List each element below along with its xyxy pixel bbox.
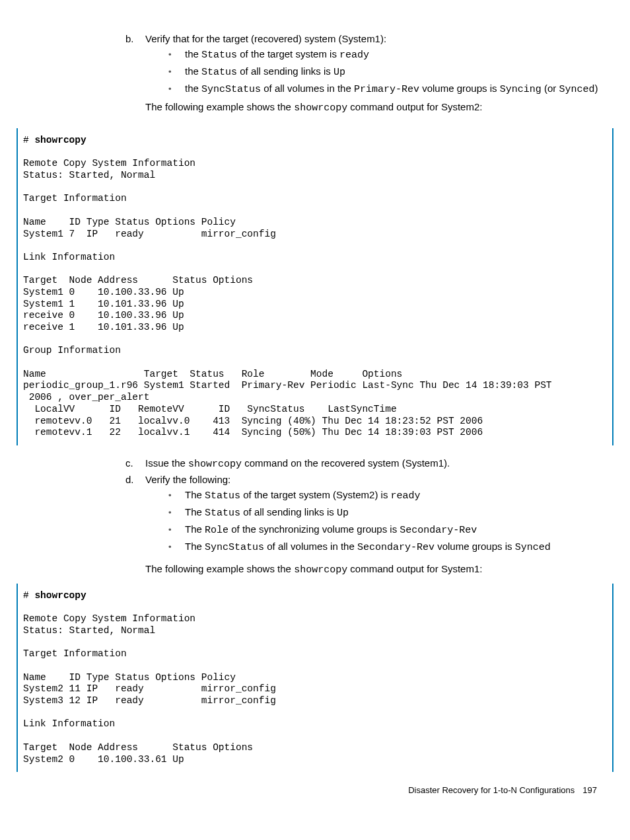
step-b-bullet-3: the SyncStatus of all volumes in the Pri… (185, 83, 607, 96)
step-b-bullet-2: the Status of all sending links is Up (185, 65, 607, 79)
bullet-icon: • (168, 523, 185, 537)
step-b-bullet-1: the Status of the target system is ready (185, 48, 607, 61)
page-number: 197 (582, 785, 597, 795)
step-b-after: The following example shows the showrcop… (145, 101, 607, 114)
step-d-after: The following example shows the showrcop… (145, 563, 607, 576)
step-d-bullet-1: The Status of the target system (System2… (185, 489, 607, 502)
code-block-system1: # showrcopy Remote Copy System Informati… (17, 584, 613, 772)
step-d: d. Verify the following: • The Status of… (125, 474, 607, 558)
step-d-bullet-3: The Role of the synchronizing volume gro… (185, 523, 607, 537)
step-d-marker: d. (125, 474, 145, 558)
bullet-icon: • (168, 83, 185, 96)
code-block-system2: # showrcopy Remote Copy System Informati… (17, 128, 613, 445)
step-c-marker: c. (125, 457, 145, 470)
bullet-icon: • (168, 65, 185, 79)
step-c: c. Issue the showrcopy command on the re… (125, 457, 607, 470)
bullet-icon: • (168, 506, 185, 519)
step-d-text: Verify the following: (145, 474, 230, 485)
step-b: b. Verify that for the target (recovered… (125, 33, 607, 120)
step-d-bullet-4: The SyncStatus of all volumes in the Sec… (185, 541, 607, 554)
bullet-icon: • (168, 489, 185, 502)
step-b-text: Verify that for the target (recovered) s… (145, 33, 386, 44)
step-b-marker: b. (125, 33, 145, 120)
footer-title: Disaster Recovery for 1-to-N Configurati… (408, 785, 575, 795)
step-d-bullet-2: The Status of all sending links is Up (185, 506, 607, 519)
bullet-icon: • (168, 48, 185, 61)
page-footer: Disaster Recovery for 1-to-N Configurati… (17, 785, 613, 795)
bullet-icon: • (168, 541, 185, 554)
step-c-text: Issue the showrcopy command on the recov… (145, 457, 607, 470)
